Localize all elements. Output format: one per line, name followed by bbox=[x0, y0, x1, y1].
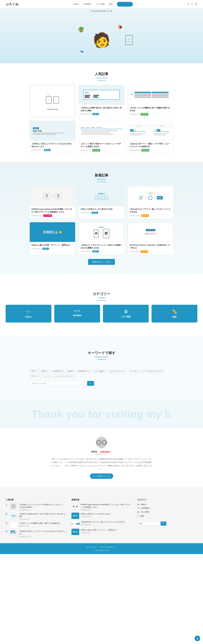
profile-more-button[interactable]: もっと紹介している bbox=[90, 474, 113, 479]
new-post-4-date: 2024年5月1日 bbox=[32, 248, 41, 250]
category-web[interactable]: </> WEB制作 bbox=[54, 305, 100, 322]
new-item-meta-4: 2024年5月1日 bbox=[81, 532, 132, 534]
footer-popular-item-3[interactable]: 3 【CSS】リストを複数列に確認・選択できる確認方法 2024年6月5日 bbox=[6, 522, 66, 528]
new-post-1-title: EWWW Image OptimizerのWebP変換ってどうなの？他のプラグイ… bbox=[32, 208, 74, 213]
category-blog[interactable]: 🖥 ブログ運営 bbox=[103, 305, 149, 322]
new-post-3-date: 2024年4月19日 bbox=[130, 215, 140, 217]
post-2-thumb: SWELL → bbox=[79, 85, 124, 105]
footer-new-item-2[interactable]: SWELL SWELLで広告をランダム表示する方法 2024年5月6日 bbox=[72, 513, 132, 519]
popular-thumb-3 bbox=[10, 522, 18, 528]
popular-post-1[interactable]: TOP ↓ ↓ ↑ Smooth Scroll 【完全版】スムーススクロ bbox=[30, 85, 75, 118]
popular-item-meta-1: 2024年3月19日 bbox=[19, 509, 66, 511]
popular-post-6[interactable]: PART1 tab tab bbox=[128, 121, 174, 153]
category-section: カテゴリー Category 🐦 SWELL </> WEB制作 🖥 ブログ運営… bbox=[0, 280, 203, 331]
popular-item-meta-3: 2024年6月5日 bbox=[19, 525, 66, 527]
footer-web-icon: </> bbox=[137, 507, 140, 509]
tag-jquery[interactable]: jQuery 2 bbox=[66, 370, 76, 373]
rss-icon[interactable]: ⊕ bbox=[188, 3, 189, 6]
blog-category-icon: 🖥 bbox=[124, 309, 128, 314]
footer-new-item-1[interactable]: 🖼 → 🖼 EWWW Image OptimizerのWebP変換ってどうなの？… bbox=[72, 503, 132, 511]
footer-popular-item-2[interactable]: 2 SWELL 【SWELL】記事の余白を一括で下設定する方法｜初心者でも簡単 … bbox=[6, 513, 66, 520]
keyword-search-input[interactable] bbox=[30, 381, 86, 386]
tag-smooth[interactable]: スムーススクロール 8 bbox=[108, 370, 127, 373]
new-post-6-date: 2024年4月8日 bbox=[130, 250, 140, 253]
footer-search-row: 🔍 bbox=[137, 522, 197, 526]
new-post-3-tag: 紙芸制作 bbox=[142, 214, 149, 217]
keyword-search-button[interactable]: 🔍 bbox=[87, 381, 94, 386]
new-info-3: 【WordPress】プラグイン無しでリダイレクトさせる方法 2024年4月19… bbox=[81, 521, 132, 526]
new-post-5[interactable]: SWELL 🖼 → 🖼 【SWELL】スマホでクリックして拡大する画像の大きさを… bbox=[79, 222, 124, 255]
popular-title: 人気記事 bbox=[0, 72, 203, 76]
popular-item-meta-2: 2024年3月11日 bbox=[19, 518, 66, 520]
popular-post-5[interactable]: HOME ABOUT WORK CONTACT 【カレント表示】現在のページのみ… bbox=[79, 121, 124, 153]
new-post-6-thumb: WordPress home_url() bbox=[128, 222, 173, 242]
hero-shoes-icon: 👟 bbox=[80, 49, 84, 53]
sitemap-link[interactable]: サイトマップ bbox=[86, 546, 97, 548]
tag-table[interactable]: テーブル 11 bbox=[128, 370, 141, 373]
popular-post-3[interactable]: list 【CSS】リス bbox=[128, 85, 174, 118]
contact-button[interactable]: お問い合わせ bbox=[117, 2, 133, 6]
tag-laptop[interactable]: ノートパソコンスタンド 2 bbox=[52, 374, 75, 378]
new-post-6[interactable]: WordPress home_url() WordPressのhome_url(… bbox=[128, 222, 174, 255]
site-logo[interactable]: ぷろぐみ bbox=[6, 2, 18, 6]
footer-cat-shigei[interactable]: ✏️ 紙芸 bbox=[137, 515, 197, 517]
footer-shigei-icon: ✏️ bbox=[137, 515, 140, 517]
profile-desc: 立寄っていただきありがとうございます。当ブログでは、WEB制作お役立ちTipsを… bbox=[51, 458, 152, 471]
category-shigei[interactable]: ✏️ 紙芸 bbox=[152, 305, 197, 322]
tag-html[interactable]: HTML 14 bbox=[40, 370, 50, 373]
new-post-6-title: WordPressのhome_url()の正しい記述方法について考える bbox=[130, 244, 172, 249]
new-post-4[interactable]: SWELL 📶 SWELLに感じる不満、デメリット、疑問点など 2024年5月1… bbox=[30, 222, 75, 255]
new-thumb-2: SWELL bbox=[72, 513, 79, 519]
popular-thumb-4: SWELL Main Title bbox=[10, 530, 18, 536]
new-subtitle: New Posts bbox=[0, 178, 203, 180]
footer-popular-item-1[interactable]: 1 【完全版】スムーススクロールの実装はまれてこれでいい【LazyLoad対応】… bbox=[6, 503, 66, 511]
footer-search-input[interactable] bbox=[137, 522, 160, 526]
shigei-category-label: 紙芸 bbox=[172, 316, 176, 318]
tag-stress[interactable]: ストレス転作 2 bbox=[92, 370, 106, 373]
footer-popular-item-4[interactable]: 4 SWELL Main Title 【SWELL】見出しにサブタイトルを入れる… bbox=[6, 530, 66, 538]
footer-copyright: © 2023 BLOG.CG.MI bbox=[94, 550, 109, 551]
footer-cat-web[interactable]: </> WEB制作 bbox=[137, 507, 197, 510]
twitter-icon[interactable]: 𝕏 bbox=[191, 3, 193, 6]
tag-js[interactable]: JavaScript 155 bbox=[51, 370, 65, 373]
tag-toy[interactable]: トイ 11 bbox=[42, 374, 51, 378]
new-post-1[interactable]: 🖼 PNG → 🖼 WebP EWWW Image OptimizerのWebP… bbox=[30, 186, 75, 219]
popular-info-2: 【SWELL】記事の余白を一括で下設定する方法｜初心者でも簡単 2024年3月1… bbox=[19, 513, 66, 520]
new-post-5-date: 2024年5月16日 bbox=[80, 250, 91, 252]
more-new-posts-button[interactable]: 新着記事をもっと見る bbox=[88, 259, 115, 265]
footer-new-item-3[interactable]: 301 → NEW 【WordPress】プラグイン無しでリダイレクトさせる方法… bbox=[72, 521, 132, 527]
tag-customize[interactable]: テーマのカスタマイズ 25 bbox=[142, 370, 164, 373]
notice-bar: 今日は6月18日(火)です 🌤 bbox=[0, 8, 203, 14]
footer-cat-swell[interactable]: 🐦 SWELL bbox=[137, 503, 197, 506]
new-post-4-title: SWELLに感じる不満、デメリット、疑問点など bbox=[32, 244, 74, 246]
search-icon[interactable]: 🔍 bbox=[194, 3, 197, 6]
nav-blog[interactable]: ブログ運営 bbox=[96, 3, 105, 6]
footer-web-label: WEB制作 bbox=[142, 507, 150, 510]
nav-web[interactable]: WEB制作 bbox=[84, 3, 92, 6]
footer-search-button[interactable]: 🔍 bbox=[160, 522, 166, 526]
post-5-tag: WEB制作 bbox=[92, 149, 100, 152]
privacy-link[interactable]: プライバシーポリシー bbox=[100, 546, 116, 548]
popular-post-2[interactable]: SWELL → bbox=[79, 85, 124, 118]
rank-4: 4 bbox=[6, 530, 8, 533]
popular-post-4[interactable]: SWELL Main Title 【SWELL】見出しにサブタイトルを入れる方法… bbox=[30, 121, 75, 153]
post-3-date: 2024年6月5日 bbox=[130, 113, 140, 116]
nav-swell[interactable]: SWELL bbox=[73, 3, 79, 5]
tag-css[interactable]: CSS 14 bbox=[30, 370, 38, 373]
nav-shigei[interactable]: 紙芸 bbox=[109, 3, 113, 6]
scroll-indicator: ↓ Scroll bbox=[126, 35, 132, 45]
new-post-2[interactable]: SWELL AD AD SWELLで広告をランダム表示する方法 2024年5月6… bbox=[79, 186, 124, 219]
tag-design[interactable]: デザイン 8 bbox=[30, 374, 41, 378]
tag-wp[interactable]: WordPress 16 bbox=[77, 370, 91, 373]
notice-text: 今日は6月18日(火)です 🌤 bbox=[91, 10, 112, 12]
post-6-title: 【jQuery】別ページ・固定ヘッダー対応｜スムーススクロールの実装方法 bbox=[130, 142, 172, 148]
footer-links: サイトマップ プライバシーポリシー bbox=[86, 546, 116, 548]
footer-cat-blog[interactable]: 🖥 ブログ運営 bbox=[137, 511, 197, 513]
footer-new-item-4[interactable]: SWELL SWELLに感じる不満、デメリット、疑問点など 2024年5月1日 bbox=[72, 529, 132, 535]
blog-category-label: ブログ運営 bbox=[121, 316, 131, 318]
new-post-3[interactable]: redirect OLD301 → → NEW 【WordPress】プラグイン… bbox=[128, 186, 174, 219]
new-info-1: EWWW Image OptimizerのWebP変換ってどうなの？他のプラグイ… bbox=[81, 503, 132, 511]
category-swell[interactable]: 🐦 SWELL bbox=[6, 305, 52, 322]
svg-point-1 bbox=[102, 440, 106, 444]
new-item-meta-1: 2024年5月15日 bbox=[81, 509, 132, 511]
